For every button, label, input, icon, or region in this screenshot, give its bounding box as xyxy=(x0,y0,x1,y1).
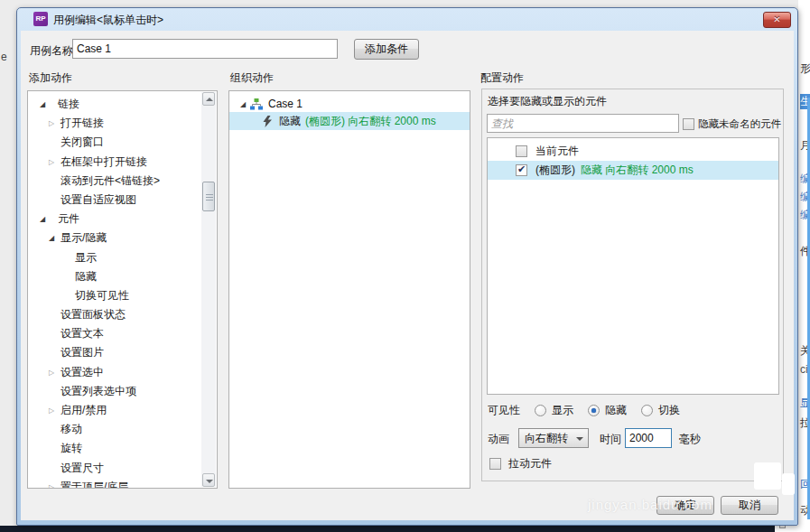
tree-item[interactable]: 链接 xyxy=(28,95,217,114)
time-input[interactable] xyxy=(625,428,672,448)
tree-item[interactable]: 设置文本 xyxy=(28,324,217,343)
hide-unnamed-option[interactable]: 隐藏未命名的元件 xyxy=(683,117,781,131)
tree-item[interactable]: 设置选中 xyxy=(28,363,217,382)
tree-item[interactable]: 设置列表选中项 xyxy=(28,382,217,401)
tree-item-label: 元件 xyxy=(58,212,79,225)
axure-rp-icon: RP xyxy=(33,12,48,26)
tree-item[interactable]: 在框架中打开链接 xyxy=(28,153,217,172)
tree-item[interactable]: 设置尺寸 xyxy=(28,459,217,478)
add-condition-button[interactable]: 添加条件 xyxy=(354,39,419,60)
add-actions-list: 链接 打开链接 关闭窗口 在框架中打开链接 滚动到元件<锚链接> 设置自适应视图… xyxy=(27,90,218,489)
visibility-label: 可见性 xyxy=(488,403,520,418)
tree-item[interactable]: 切换可见性 xyxy=(28,286,217,305)
background-text-fragment: e xyxy=(1,51,7,63)
overlay-patch xyxy=(754,462,781,490)
expand-arrow-icon[interactable] xyxy=(40,210,49,229)
expand-arrow-icon[interactable] xyxy=(49,363,58,382)
action-tree: 链接 打开链接 关闭窗口 在框架中打开链接 滚动到元件<锚链接> 设置自适应视图… xyxy=(28,91,217,488)
scroll-up-button[interactable] xyxy=(202,92,215,106)
cancel-button[interactable]: 取消 xyxy=(721,496,778,515)
expand-arrow-icon[interactable] xyxy=(49,153,58,172)
bring-with-checkbox[interactable] xyxy=(489,458,501,470)
tree-item[interactable]: 启用/禁用 xyxy=(28,401,217,420)
tree-item[interactable]: 移动 xyxy=(28,420,217,439)
overlay-patch xyxy=(782,473,795,495)
expand-arrow-icon[interactable] xyxy=(49,401,58,420)
widget-label: 当前元件 xyxy=(535,144,579,159)
configure-actions-header: 配置动作 xyxy=(480,70,524,86)
radio-label: 显示 xyxy=(552,403,573,418)
organize-actions-header: 组织动作 xyxy=(230,70,274,86)
tree-item-label: 设置尺寸 xyxy=(61,462,104,474)
hide-unnamed-label: 隐藏未命名的元件 xyxy=(698,117,781,131)
bring-with-label: 拉动元件 xyxy=(508,456,552,471)
visibility-radio[interactable]: 隐藏 xyxy=(588,403,627,418)
scroll-thumb[interactable] xyxy=(202,182,215,211)
bring-with-option[interactable]: 拉动元件 xyxy=(489,456,552,471)
tree-item-label: 设置文本 xyxy=(61,327,104,340)
action-params: (椭圆形) 向右翻转 2000 ms xyxy=(305,114,436,129)
time-label: 时间 xyxy=(600,432,621,447)
hide-unnamed-checkbox[interactable] xyxy=(683,118,694,130)
tree-item[interactable]: 显示 xyxy=(28,248,217,267)
tree-item[interactable]: 滚动到元件<锚链接> xyxy=(28,172,217,191)
tree-item[interactable]: 打开链接 xyxy=(28,114,217,133)
tree-item-label: 打开链接 xyxy=(61,117,104,129)
widget-search-input[interactable] xyxy=(487,114,679,133)
expand-arrow-icon[interactable] xyxy=(49,478,58,488)
dialog-body: 用例名称 添加条件 添加动作 组织动作 配置动作 链接 打开链接 关闭窗口 在框… xyxy=(21,31,794,520)
lightning-icon xyxy=(263,116,273,127)
screen: e 形 生 月 编 编 编 件 关 ci 显 拉 回 动 RP 用例编辑<鼠标单… xyxy=(0,0,810,532)
close-button[interactable]: ✕ xyxy=(763,12,791,28)
widget-action-detail: 隐藏 向右翻转 2000 ms xyxy=(581,163,694,178)
tree-item[interactable]: 隐藏 xyxy=(28,267,217,286)
tree-item[interactable]: 置于顶层/底层 xyxy=(28,478,217,488)
tree-item-label: 设置自适应视图 xyxy=(61,193,136,206)
tree-item[interactable]: 设置面板状态 xyxy=(28,305,217,324)
tree-item[interactable]: 设置自适应视图 xyxy=(28,191,217,210)
case-name-input[interactable] xyxy=(72,39,338,59)
case-name-label: 用例名称 xyxy=(30,43,73,59)
expand-arrow-icon[interactable]: ◢ xyxy=(240,100,250,108)
configure-actions-panel: 选择要隐藏或显示的元件 隐藏未命名的元件 当前元件 (椭圆形) 隐藏 向右翻转 … xyxy=(481,89,784,481)
sitemap-icon xyxy=(250,98,263,110)
tree-item[interactable]: 关闭窗口 xyxy=(28,133,217,152)
organize-actions-list: ◢ Case 1 隐藏 (椭圆形) 向右翻转 2000 ms xyxy=(228,90,470,489)
scrollbar[interactable] xyxy=(201,92,216,487)
tree-item[interactable]: 元件 xyxy=(28,210,217,229)
widget-list-item[interactable]: (椭圆形) 隐藏 向右翻转 2000 ms xyxy=(488,161,778,180)
dialog-title: 用例编辑<鼠标单击时> xyxy=(53,13,163,28)
case-editor-dialog: RP 用例编辑<鼠标单击时> ✕ 用例名称 添加条件 添加动作 组织动作 配置动… xyxy=(16,7,798,526)
tree-item-label: 隐藏 xyxy=(75,270,97,283)
tree-item-label: 旋转 xyxy=(61,442,82,454)
animation-selected-value: 向右翻转 xyxy=(525,432,568,444)
expand-arrow-icon[interactable] xyxy=(49,114,58,133)
case-tree-node[interactable]: ◢ Case 1 xyxy=(229,96,470,112)
widget-list-item[interactable]: 当前元件 xyxy=(488,142,778,161)
tree-item-label: 设置图片 xyxy=(61,346,104,359)
visibility-row: 可见性 显示 隐藏 切换 xyxy=(488,403,694,418)
widget-list: 当前元件 (椭圆形) 隐藏 向右翻转 2000 ms xyxy=(487,137,779,395)
widget-checkbox[interactable] xyxy=(516,164,527,176)
background-dark-strip xyxy=(0,526,810,532)
visibility-radio[interactable]: 显示 xyxy=(535,403,573,418)
expand-arrow-icon[interactable] xyxy=(40,95,49,114)
radio-icon[interactable] xyxy=(588,405,600,416)
tree-item[interactable]: 显示/隐藏 xyxy=(28,229,217,247)
action-item-selected[interactable]: 隐藏 (椭圆形) 向右翻转 2000 ms xyxy=(229,112,470,130)
radio-icon[interactable] xyxy=(535,405,546,416)
visibility-radio[interactable]: 切换 xyxy=(641,403,680,418)
expand-arrow-icon[interactable] xyxy=(49,229,58,247)
tree-item[interactable]: 旋转 xyxy=(28,439,217,458)
widget-checkbox[interactable] xyxy=(516,145,527,157)
radio-label: 隐藏 xyxy=(605,403,627,418)
radio-icon[interactable] xyxy=(641,405,653,416)
title-bar[interactable]: RP 用例编辑<鼠标单击时> ✕ xyxy=(17,8,797,31)
scroll-down-button[interactable] xyxy=(202,473,215,487)
ok-button[interactable]: 确定 xyxy=(656,496,714,515)
action-name: 隐藏 xyxy=(279,114,301,129)
animation-label: 动画 xyxy=(488,432,509,447)
tree-item-label: 设置选中 xyxy=(61,366,104,378)
animation-select[interactable]: 向右翻转 xyxy=(518,428,589,448)
tree-item[interactable]: 设置图片 xyxy=(28,343,217,362)
